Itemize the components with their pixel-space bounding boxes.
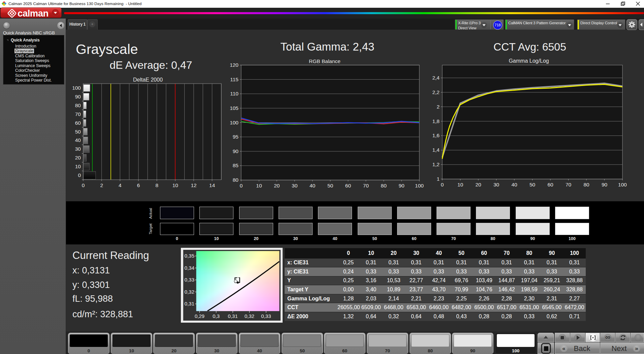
svg-text:12: 12 — [191, 182, 196, 188]
svg-text:100: 100 — [618, 182, 627, 187]
svg-text:50: 50 — [327, 183, 333, 188]
svg-text:0,35: 0,35 — [185, 253, 194, 259]
svg-text:100: 100 — [72, 85, 81, 91]
svg-text:Grayscale: Grayscale — [76, 41, 138, 57]
svg-text:60: 60 — [547, 182, 553, 187]
svg-text:50: 50 — [75, 129, 81, 135]
svg-text:40: 40 — [75, 137, 81, 143]
svg-text:2,4: 2,4 — [432, 75, 440, 81]
svg-text:60: 60 — [75, 120, 81, 126]
svg-text:2,2: 2,2 — [432, 89, 440, 95]
svg-text:70: 70 — [363, 183, 369, 188]
svg-text:0,33: 0,33 — [261, 313, 271, 319]
svg-text:0,32: 0,32 — [185, 289, 194, 295]
svg-text:70: 70 — [75, 111, 81, 117]
svg-text:1,8: 1,8 — [432, 118, 440, 124]
svg-text:1,6: 1,6 — [432, 132, 440, 138]
svg-text:20: 20 — [475, 182, 481, 187]
svg-text:80: 80 — [583, 182, 589, 187]
svg-text:105: 105 — [230, 105, 238, 111]
svg-text:80: 80 — [75, 102, 81, 108]
svg-text:0: 0 — [82, 182, 85, 188]
svg-text:10: 10 — [457, 182, 463, 187]
svg-text:CCT Avg: 6505: CCT Avg: 6505 — [493, 41, 566, 53]
svg-text:0,3: 0,3 — [213, 313, 220, 319]
svg-text:30: 30 — [493, 182, 500, 187]
svg-text:0,32: 0,32 — [245, 313, 254, 319]
svg-text:40: 40 — [310, 183, 316, 188]
svg-text:60: 60 — [345, 183, 351, 188]
svg-text:90: 90 — [75, 94, 81, 99]
svg-text:Gamma Log/Log: Gamma Log/Log — [509, 58, 549, 64]
svg-text:10: 10 — [75, 164, 81, 169]
svg-text:2: 2 — [437, 104, 440, 110]
svg-text:RGB Balance: RGB Balance — [309, 58, 341, 64]
svg-text:DeltaE 2000: DeltaE 2000 — [133, 77, 163, 83]
svg-text:0,31: 0,31 — [228, 313, 238, 319]
svg-text:90: 90 — [602, 182, 608, 187]
svg-text:6: 6 — [137, 182, 140, 188]
svg-text:0,29: 0,29 — [195, 313, 204, 319]
svg-text:80: 80 — [233, 177, 239, 183]
svg-text:0,31: 0,31 — [185, 301, 194, 306]
svg-text:Total Gamma: 2,43: Total Gamma: 2,43 — [281, 40, 375, 53]
svg-text:1: 1 — [437, 176, 440, 182]
svg-text:30: 30 — [292, 183, 298, 188]
svg-text:85: 85 — [233, 163, 238, 168]
svg-text:1,4: 1,4 — [432, 147, 440, 153]
svg-text:8: 8 — [155, 182, 158, 188]
svg-text:10: 10 — [172, 182, 179, 188]
svg-text:0,33: 0,33 — [185, 277, 194, 283]
svg-text:100: 100 — [230, 120, 238, 125]
svg-text:50: 50 — [529, 182, 536, 187]
svg-text:0: 0 — [78, 172, 81, 178]
svg-text:0,34: 0,34 — [185, 265, 194, 271]
svg-text:80: 80 — [381, 183, 387, 188]
svg-text:90: 90 — [398, 183, 405, 188]
svg-text:20: 20 — [75, 155, 81, 160]
svg-text:2: 2 — [100, 182, 103, 188]
svg-text:»: » — [635, 345, 638, 352]
svg-text:1,2: 1,2 — [432, 161, 440, 167]
svg-text:Next: Next — [611, 344, 626, 353]
svg-text:110: 110 — [230, 91, 238, 96]
svg-text:4: 4 — [119, 182, 122, 188]
svg-text:40: 40 — [511, 182, 517, 187]
svg-text:95: 95 — [233, 134, 238, 140]
svg-text:70: 70 — [566, 182, 572, 187]
svg-text:90: 90 — [233, 148, 239, 154]
svg-text:20: 20 — [274, 183, 280, 188]
svg-text:10: 10 — [256, 183, 262, 188]
svg-text:«: « — [562, 345, 565, 352]
svg-text:30: 30 — [75, 146, 81, 152]
svg-text:∞: ∞ — [605, 333, 610, 341]
svg-text:14: 14 — [209, 182, 215, 188]
svg-text:115: 115 — [230, 77, 238, 82]
svg-text:120: 120 — [230, 62, 238, 68]
svg-text:0: 0 — [240, 183, 243, 188]
svg-text:Back: Back — [574, 344, 591, 353]
svg-text:0: 0 — [441, 182, 444, 187]
svg-text:dE Average: 0,47: dE Average: 0,47 — [110, 59, 192, 71]
